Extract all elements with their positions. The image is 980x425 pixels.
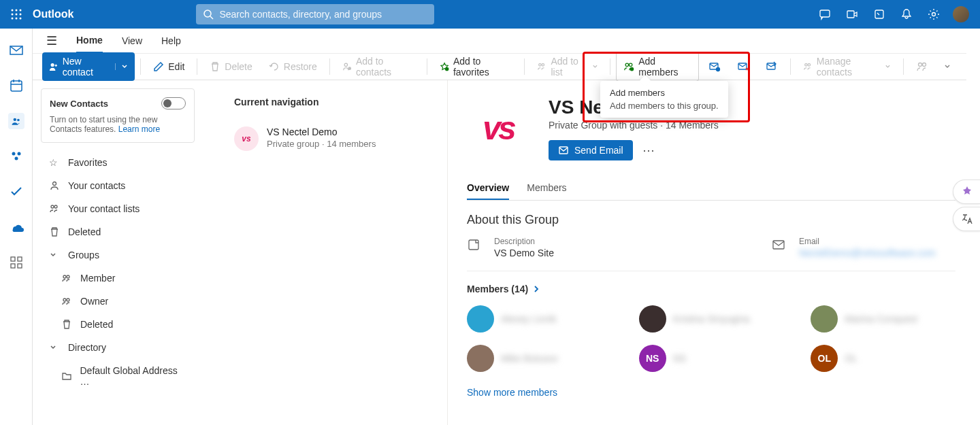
rail-mail-icon[interactable] [8,42,24,58]
group-name: VS Nectel Demo [267,126,376,137]
svg-point-20 [17,119,20,122]
manage-contacts-button: Manage contacts [796,52,898,81]
restore-button: Restore [262,58,324,75]
tips-icon[interactable] [871,6,887,22]
edit-button[interactable]: Edit [146,58,191,75]
group-list-item[interactable]: vs VS Nectel Demo Private group · 14 mem… [234,124,436,154]
nav-gal[interactable]: Default Global Address … [41,359,195,393]
add-members-tooltip: Add members Add members to this group. [600,81,728,118]
nav-group-deleted[interactable]: Deleted [41,313,195,336]
member-item[interactable]: Marina Conquest [811,305,956,333]
toolbar-overflow-chevron[interactable] [938,60,957,73]
note-icon [467,237,486,258]
svg-point-28 [51,63,54,67]
group-list-panel: Current navigation vs VS Nectel Demo Pri… [203,80,448,425]
nav-your-contacts[interactable]: Your contacts [41,174,195,197]
send-email-button[interactable]: Send Email [549,140,633,160]
new-contacts-toggle[interactable] [161,97,186,109]
new-contact-button[interactable]: New contact [42,52,135,81]
notifications-icon[interactable] [898,6,915,22]
svg-point-44 [922,63,926,67]
new-contact-split[interactable] [115,63,128,70]
list-icon [49,203,61,214]
svg-point-2 [20,10,22,12]
rail-calendar-icon[interactable] [8,78,24,94]
rail-todo-icon[interactable] [8,184,24,200]
settings-icon[interactable] [926,6,942,22]
chevron-down-icon [49,251,61,259]
member-avatar: NS [639,345,666,372]
search-input[interactable] [219,9,427,20]
trash-icon [49,226,61,237]
mail-action2-icon[interactable] [730,57,756,76]
nav-group-member[interactable]: Member [41,267,195,290]
member-name: Mike Butusov [501,353,558,364]
rail-people-icon[interactable] [8,113,24,129]
nav-your-lists[interactable]: Your contact lists [41,197,195,220]
add-members-button[interactable]: Add members [616,52,698,82]
member-item[interactable]: NSNS [639,345,784,372]
user-avatar[interactable] [953,6,969,22]
search-icon [203,9,214,20]
svg-point-29 [344,63,347,66]
svg-point-50 [63,299,66,301]
svg-point-42 [808,64,811,67]
tab-view[interactable]: View [122,29,142,53]
hamburger-icon[interactable]: ☰ [46,33,57,48]
svg-point-3 [12,14,14,16]
rail-groups-icon[interactable] [8,148,24,165]
svg-point-48 [63,275,66,278]
member-item[interactable]: OLOL [811,345,956,372]
toolbar: New contact Edit Delete Restore Add to c… [33,54,966,80]
tab-members[interactable]: Members [527,177,566,200]
svg-point-38 [716,68,719,71]
current-nav-title: Current navigation [234,97,436,107]
more-actions-button[interactable]: ⋯ [642,143,655,158]
member-avatar [639,305,666,333]
svg-point-14 [932,13,936,16]
app-launcher-icon[interactable] [5,3,27,25]
restore-icon [269,61,280,72]
svg-point-33 [542,64,544,67]
add-to-favorites-button[interactable]: Add to favorites [433,52,519,81]
email-value[interactable]: NectelDemo@virtosoftware.com [799,248,936,258]
svg-point-45 [53,182,56,186]
floating-actions [953,180,980,231]
member-item[interactable]: Mike Butusov [467,345,612,372]
nav-groups[interactable]: Groups [41,243,195,267]
svg-rect-12 [847,11,854,18]
nav-deleted[interactable]: Deleted [41,220,195,243]
delete-label: Delete [225,61,252,72]
svg-point-7 [16,18,18,20]
tab-help[interactable]: Help [161,29,181,53]
nav-group-owner[interactable]: Owner [41,290,195,313]
mail-action1-icon[interactable] [702,57,728,76]
member-name: Marina Conquest [845,313,917,324]
add-to-favorites-label: Add to favorites [453,56,512,78]
learn-more-link[interactable]: Learn more [118,124,160,134]
member-item[interactable]: Alexey Livnik [467,305,612,333]
rail-more-apps-icon[interactable] [8,254,24,271]
svg-point-30 [348,67,351,70]
copilot-icon[interactable] [953,180,980,204]
nav-favorites[interactable]: ☆Favorites [41,151,195,174]
mail-action3-icon[interactable] [759,57,785,76]
svg-point-4 [16,14,18,16]
svg-rect-52 [559,147,568,154]
new-contacts-desc: Turn on to start using the new Contacts … [50,115,186,134]
teams-chat-icon[interactable] [817,6,833,22]
tab-home[interactable]: Home [76,29,103,53]
member-item[interactable]: Kristina Smyugina [639,305,784,333]
meet-now-icon[interactable] [844,6,860,22]
nav-directory[interactable]: Directory [41,336,195,359]
translate-icon[interactable] [953,207,980,231]
svg-point-34 [625,63,628,66]
svg-point-51 [67,299,69,301]
tab-overview[interactable]: Overview [467,177,509,200]
svg-point-22 [17,152,20,156]
svg-point-23 [14,157,18,160]
show-more-members-link[interactable]: Show more members [467,387,956,398]
rail-onedrive-icon[interactable] [8,219,24,235]
search-box[interactable] [196,4,434,24]
members-title[interactable]: Members (14) [467,284,956,294]
